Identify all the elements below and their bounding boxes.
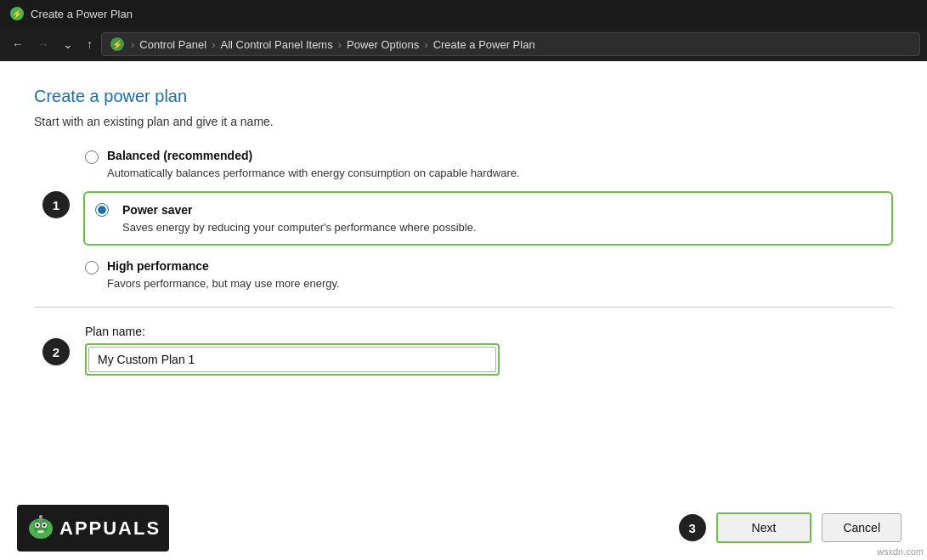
plan-name-input[interactable]	[88, 347, 496, 372]
radio-power-saver[interactable]	[95, 203, 109, 217]
breadcrumb-all-items[interactable]: All Control Panel Items	[220, 38, 332, 51]
address-bar[interactable]: ⚡ › Control Panel › All Control Panel It…	[101, 32, 920, 56]
forward-button[interactable]: →	[32, 34, 54, 54]
up-button[interactable]: ↑	[82, 34, 98, 54]
radio-balanced[interactable]	[85, 150, 99, 164]
svg-rect-9	[39, 518, 42, 522]
page-title: Create a power plan	[34, 87, 893, 106]
option-balanced[interactable]: Balanced (recommended) Automatically bal…	[85, 149, 893, 179]
svg-text:⚡: ⚡	[112, 39, 123, 50]
svg-rect-8	[37, 530, 44, 533]
sep4: ›	[424, 38, 427, 51]
high-performance-label: High performance	[107, 259, 893, 273]
power-saver-label: Power saver	[122, 203, 878, 217]
sep3: ›	[338, 38, 342, 51]
option-high-performance[interactable]: High performance Favors performance, but…	[85, 259, 893, 290]
plan-name-label: Plan name:	[85, 325, 893, 338]
back-button[interactable]: ←	[7, 34, 29, 54]
breadcrumb-control-panel[interactable]: Control Panel	[139, 38, 206, 51]
high-performance-desc: Favors performance, but may use more ene…	[107, 277, 340, 290]
plan-name-section: 2 Plan name:	[34, 325, 893, 376]
appuals-text: APPUALS	[59, 518, 161, 540]
breadcrumb-create-plan[interactable]: Create a Power Plan	[433, 38, 535, 51]
sep1: ›	[131, 38, 134, 51]
svg-point-10	[39, 515, 42, 518]
cancel-button[interactable]: Cancel	[822, 513, 902, 542]
title-bar: ⚡ Create a Power Plan	[0, 0, 927, 27]
dropdown-button[interactable]: ⌄	[58, 34, 78, 54]
power-saver-desc: Saves energy by reducing your computer's…	[122, 221, 477, 234]
breadcrumb-power-options[interactable]: Power Options	[347, 38, 419, 51]
svg-point-7	[43, 524, 46, 527]
buttons-area: 3 Next Cancel	[679, 512, 902, 543]
balanced-label: Balanced (recommended)	[107, 149, 893, 162]
radio-options-container: Balanced (recommended) Automatically bal…	[34, 149, 893, 290]
folder-icon: ⚡	[109, 36, 126, 53]
watermark: wsxdn.com	[877, 546, 924, 557]
svg-point-6	[37, 524, 39, 527]
divider	[34, 307, 893, 308]
next-button[interactable]: Next	[716, 512, 812, 543]
plan-name-input-wrapper	[85, 343, 500, 376]
content-area: Create a power plan Start with an existi…	[0, 61, 927, 560]
radio-high-performance[interactable]	[85, 261, 99, 274]
nav-bar: ← → ⌄ ↑ ⚡ › Control Panel › All Control …	[0, 27, 927, 61]
title-bar-icon: ⚡	[10, 7, 24, 20]
options-section: 1 Balanced (recommended) Automatically b…	[34, 149, 893, 290]
appuals-logo: APPUALS	[17, 505, 169, 552]
step-1-badge: 1	[42, 191, 70, 218]
title-bar-text: Create a Power Plan	[31, 8, 133, 20]
page-subtitle: Start with an existing plan and give it …	[34, 115, 893, 128]
sep2: ›	[212, 38, 215, 51]
appuals-mascot	[25, 510, 56, 546]
option-power-saver[interactable]: Power saver Saves energy by reducing you…	[83, 191, 893, 246]
step-3-badge: 3	[679, 514, 706, 541]
balanced-desc: Automatically balances performance with …	[107, 167, 520, 179]
step-2-badge: 2	[42, 338, 70, 365]
